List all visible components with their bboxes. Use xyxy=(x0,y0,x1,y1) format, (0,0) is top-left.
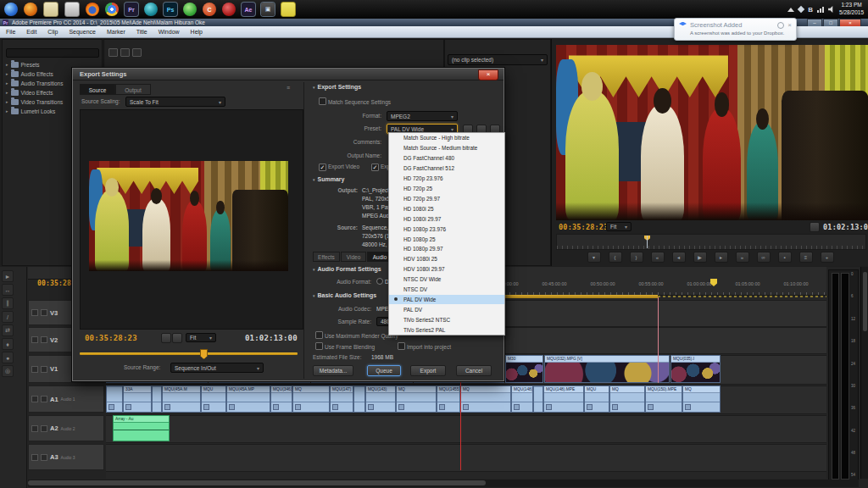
preset-option[interactable]: HDV 1080i 25 xyxy=(389,254,504,264)
preset-option[interactable]: HD 1080i 25 xyxy=(389,203,504,214)
export-settings-header[interactable]: ▾Export Settings xyxy=(313,84,361,90)
tab-video[interactable]: Video xyxy=(341,252,366,262)
in-point-icon[interactable] xyxy=(161,333,171,343)
selection-tool-icon[interactable]: ► xyxy=(2,270,14,282)
audio-clip[interactable]: MQ xyxy=(682,385,721,413)
effects-folder-presets[interactable]: ▸Presets xyxy=(6,60,40,69)
go-to-in-icon[interactable]: « xyxy=(651,252,665,263)
dropbox-notification[interactable]: Screenshot Added × A screenshot was adde… xyxy=(674,18,797,41)
audio-clip[interactable]: MQU(1455) xyxy=(437,385,460,413)
network-icon[interactable] xyxy=(817,7,824,13)
export-button[interactable]: Export xyxy=(410,365,446,376)
pm-settings-icon[interactable] xyxy=(810,222,820,232)
dialog-close-button[interactable]: × xyxy=(478,69,498,80)
import-into-project-checkbox[interactable]: Import into project xyxy=(398,342,451,350)
audio-clip[interactable] xyxy=(533,385,543,413)
preset-option[interactable]: TiVo Series2 NTSC xyxy=(389,314,504,324)
preset-option[interactable]: HD 720p 29.97 xyxy=(389,193,504,203)
audio-clip[interactable]: MQ xyxy=(396,385,437,413)
text-editor-icon[interactable] xyxy=(64,2,80,17)
audio-clip[interactable]: MQ xyxy=(460,385,511,413)
audio-clip-music[interactable]: Array - Au xyxy=(113,415,170,441)
firefox-icon[interactable] xyxy=(86,3,99,16)
track-header-a2[interactable]: A2Audio 2 xyxy=(28,415,104,441)
red-media-app-icon[interactable] xyxy=(222,3,236,16)
audio-clip[interactable]: 33A xyxy=(123,385,152,413)
taskbar-clock[interactable]: 1:23 PM 5/28/2015 xyxy=(839,2,866,17)
video-clip[interactable]: MQU(032).MPG [V] xyxy=(544,355,670,383)
preset-option[interactable]: Match Source - Medium bitrate xyxy=(389,143,504,153)
track-solo-icon[interactable] xyxy=(41,396,47,402)
track-toggle-icon[interactable] xyxy=(31,309,38,316)
menu-sequence[interactable]: Sequence xyxy=(69,29,96,35)
menu-window[interactable]: Window xyxy=(159,29,180,35)
safe-margins-icon[interactable]: ▪ xyxy=(778,252,792,263)
match-sequence-checkbox[interactable]: Match Sequence Settings xyxy=(319,97,391,105)
after-effects-icon[interactable]: Ae xyxy=(242,3,255,16)
program-monitor-video[interactable] xyxy=(556,45,868,220)
horizontal-scrollbar[interactable] xyxy=(28,480,859,487)
panel-icon[interactable] xyxy=(120,48,130,57)
panel-icon[interactable] xyxy=(132,48,142,57)
step-back-icon[interactable]: ◂ xyxy=(672,252,686,263)
tray-expand-icon[interactable] xyxy=(787,8,794,12)
source-scaling-dropdown[interactable]: Scale To Fit ▾ xyxy=(125,97,225,107)
max-render-checkbox[interactable]: Use Maximum Render Quality xyxy=(315,331,398,339)
teal-app-icon[interactable] xyxy=(144,3,158,16)
media-player-icon[interactable] xyxy=(24,3,37,16)
ccleaner-icon[interactable]: C xyxy=(203,3,216,16)
track-lane-a2[interactable] xyxy=(106,415,826,443)
video-clip[interactable]: M30 xyxy=(505,355,543,383)
audio-clip[interactable]: MQU(346) xyxy=(270,385,292,413)
audio-clip[interactable]: MQU xyxy=(201,385,226,413)
pm-current-timecode[interactable]: 00:35:28:23 xyxy=(559,223,609,231)
frame-blending-checkbox[interactable]: Use Frame Blending xyxy=(315,342,375,350)
preset-option[interactable]: HD 1080p 25 xyxy=(389,234,504,244)
preset-option[interactable]: Match Source - High bitrate xyxy=(389,133,504,143)
loop-icon[interactable]: ∞ xyxy=(757,252,771,263)
audio-clip[interactable]: MQ xyxy=(292,385,330,413)
track-toggle-icon[interactable] xyxy=(31,366,38,373)
queue-button[interactable]: Queue xyxy=(367,365,401,376)
preset-option[interactable]: DG FastChannel 512 xyxy=(389,164,504,174)
audio-clip[interactable]: MQU(45A.M xyxy=(162,385,201,413)
effects-folder-video-effects[interactable]: ▸Video Effects xyxy=(6,88,53,97)
cancel-button[interactable]: Cancel xyxy=(456,365,492,376)
vertical-scrollbar[interactable] xyxy=(860,267,868,479)
export-video-checkbox[interactable]: ✓ Export Video xyxy=(319,164,359,171)
notification-settings-icon[interactable] xyxy=(777,22,784,29)
preset-option[interactable]: HD 1080i 29.97 xyxy=(389,214,504,224)
basic-audio-settings-header[interactable]: ▾Basic Audio Settings xyxy=(313,292,376,298)
track-mute-icon[interactable] xyxy=(31,396,38,402)
audio-clip[interactable] xyxy=(106,385,123,413)
screen-recorder-icon[interactable]: ▣ xyxy=(261,3,275,16)
track-select-tool-icon[interactable]: ↔ xyxy=(2,284,14,296)
pm-zoom-dropdown[interactable]: Fit ▾ xyxy=(606,222,632,231)
menu-file[interactable]: File xyxy=(6,29,15,35)
panel-icon[interactable] xyxy=(108,48,118,57)
track-toggle-icon[interactable] xyxy=(31,336,38,343)
menu-marker[interactable]: Marker xyxy=(107,29,125,35)
preset-option[interactable]: NTSC DV Wide xyxy=(389,274,504,285)
notes-app-icon[interactable] xyxy=(43,2,58,17)
step-forward-icon[interactable]: ▸ xyxy=(715,252,728,263)
mark-out-icon[interactable]: } xyxy=(630,252,643,263)
go-to-out-icon[interactable]: » xyxy=(736,252,749,263)
export-in-timecode[interactable]: 00:35:28:23 xyxy=(85,334,137,342)
effects-folder-audio-transitions[interactable]: ▸Audio Transitions xyxy=(6,79,63,87)
preset-option[interactable]: DG FastChannel 480 xyxy=(389,153,504,164)
mark-in-icon[interactable]: { xyxy=(609,252,622,263)
audio-clip[interactable]: MQU(150).MPE xyxy=(645,385,682,413)
tab-source[interactable]: Source xyxy=(80,84,115,95)
scrubber-handle-icon[interactable] xyxy=(200,349,208,359)
razor-tool-icon[interactable]: / xyxy=(2,311,14,323)
preset-option[interactable]: NTSC DV xyxy=(389,285,504,295)
pm-menu-icon[interactable]: ≡ xyxy=(799,252,813,263)
pen-tool-icon[interactable]: ♦ xyxy=(2,338,14,350)
zoom-tool-icon[interactable]: ◎ xyxy=(2,365,14,377)
audio-clip[interactable]: MQU(148) xyxy=(511,385,533,413)
preset-option-selected[interactable]: PAL DV Wide xyxy=(389,295,504,305)
audio-clip[interactable]: MQU(45A.MP xyxy=(226,385,270,413)
menu-title[interactable]: Title xyxy=(136,29,147,35)
slip-tool-icon[interactable]: ⇄ xyxy=(2,324,14,336)
